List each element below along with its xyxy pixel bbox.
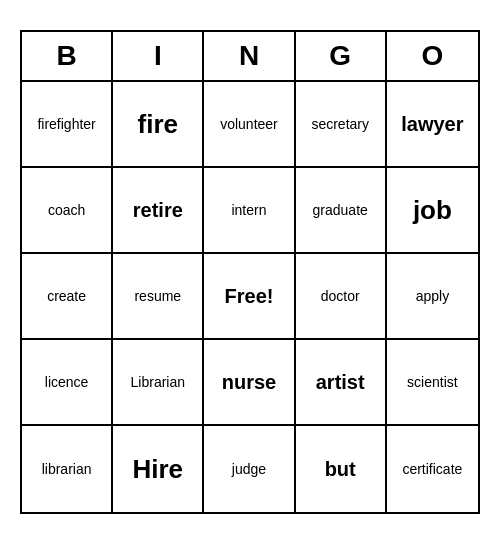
- bingo-cell-0: firefighter: [22, 82, 113, 168]
- bingo-cell-2: volunteer: [204, 82, 295, 168]
- bingo-cell-18: artist: [296, 340, 387, 426]
- header-letter-N: N: [204, 32, 295, 80]
- bingo-cell-19: scientist: [387, 340, 478, 426]
- bingo-grid: firefighterfirevolunteersecretarylawyerc…: [22, 82, 478, 512]
- header-letter-B: B: [22, 32, 113, 80]
- bingo-cell-6: retire: [113, 168, 204, 254]
- bingo-cell-7: intern: [204, 168, 295, 254]
- bingo-cell-20: librarian: [22, 426, 113, 512]
- bingo-cell-3: secretary: [296, 82, 387, 168]
- bingo-cell-8: graduate: [296, 168, 387, 254]
- bingo-card: BINGO firefighterfirevolunteersecretaryl…: [20, 30, 480, 514]
- bingo-cell-13: doctor: [296, 254, 387, 340]
- bingo-cell-14: apply: [387, 254, 478, 340]
- bingo-cell-1: fire: [113, 82, 204, 168]
- header-letter-I: I: [113, 32, 204, 80]
- bingo-cell-10: create: [22, 254, 113, 340]
- bingo-cell-22: judge: [204, 426, 295, 512]
- bingo-cell-4: lawyer: [387, 82, 478, 168]
- bingo-cell-24: certificate: [387, 426, 478, 512]
- bingo-cell-16: Librarian: [113, 340, 204, 426]
- bingo-cell-15: licence: [22, 340, 113, 426]
- bingo-cell-21: Hire: [113, 426, 204, 512]
- bingo-cell-12: Free!: [204, 254, 295, 340]
- header-letter-O: O: [387, 32, 478, 80]
- bingo-cell-9: job: [387, 168, 478, 254]
- bingo-cell-11: resume: [113, 254, 204, 340]
- bingo-cell-5: coach: [22, 168, 113, 254]
- bingo-cell-17: nurse: [204, 340, 295, 426]
- bingo-header: BINGO: [22, 32, 478, 82]
- bingo-cell-23: but: [296, 426, 387, 512]
- header-letter-G: G: [296, 32, 387, 80]
